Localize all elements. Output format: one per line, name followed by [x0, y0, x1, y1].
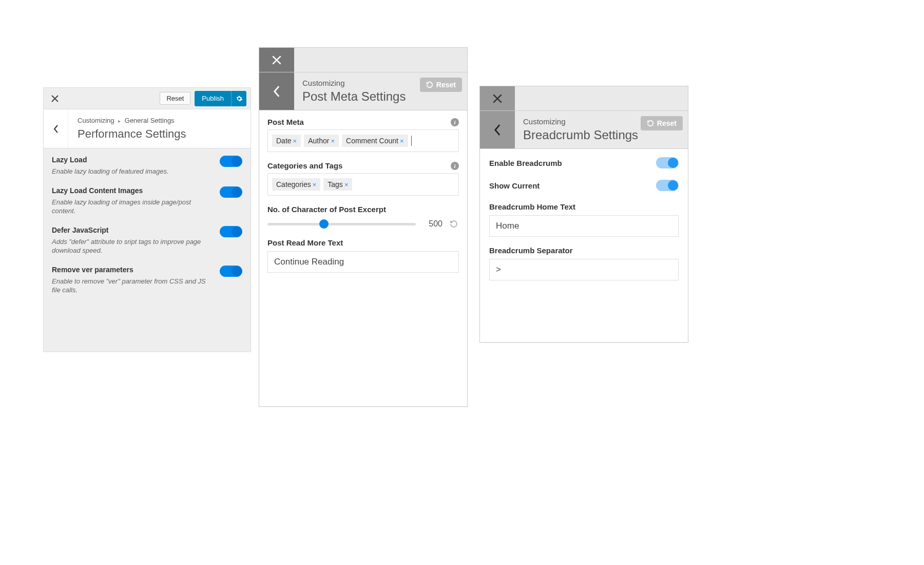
option-label: Defer JavaScript: [52, 226, 214, 234]
option-defer-js: Defer JavaScript Adds "defer" attribute …: [52, 226, 242, 263]
close-button[interactable]: [48, 91, 62, 106]
option-show-current: Show Current: [489, 180, 679, 191]
toggle-defer-js[interactable]: [220, 226, 242, 237]
remove-tag-icon[interactable]: ×: [344, 181, 349, 189]
field-post-meta: Post Meta i Date× Author× Comment Count×: [267, 118, 459, 152]
read-more-input[interactable]: [267, 251, 459, 273]
field-label: Categories and Tags: [267, 161, 342, 170]
back-button[interactable]: [480, 111, 515, 148]
field-separator: Breadcrumb Separator: [489, 246, 679, 280]
chevron-left-icon: [273, 85, 280, 98]
panel-performance-settings: Reset Publish Customizing ▸ General Sett…: [43, 87, 251, 352]
back-button[interactable]: [259, 72, 294, 110]
breadcrumb-customizing: Customizing: [78, 117, 114, 124]
option-lazy-load-content: Lazy Load Content Images Enable lazy loa…: [52, 186, 242, 224]
customizer-header: Reset Publish: [44, 88, 251, 109]
home-text-input[interactable]: [489, 215, 679, 237]
tag-tags[interactable]: Tags×: [323, 178, 352, 191]
field-label: Post Read More Text: [267, 238, 459, 247]
panel-title-row: Customizing ▸ General Settings Performan…: [44, 109, 251, 148]
chevron-left-icon: [53, 125, 59, 133]
option-description: Enable to remove "ver" parameter from CS…: [52, 277, 214, 295]
close-icon: [493, 94, 502, 103]
tag-author[interactable]: Author×: [304, 135, 339, 147]
breadcrumb-separator-icon: ▸: [118, 118, 121, 124]
panel-title-row: Reset Customizing Post Meta Settings: [259, 72, 467, 110]
option-label: Lazy Load Content Images: [52, 186, 214, 195]
panel-body: Lazy Load Enable lazy loading of feature…: [44, 148, 251, 351]
reset-button[interactable]: Reset: [641, 116, 683, 130]
close-icon: [272, 55, 281, 65]
gear-icon: [236, 95, 243, 102]
toggle-show-current[interactable]: [656, 180, 679, 191]
reset-button[interactable]: Reset: [160, 92, 190, 105]
field-label: Breadcrumb Separator: [489, 246, 679, 255]
publish-settings-button[interactable]: [231, 91, 246, 106]
remove-tag-icon[interactable]: ×: [331, 137, 335, 145]
excerpt-value: 500: [422, 219, 442, 229]
panel-body: Enable Breadcrumb Show Current Breadcrum…: [480, 149, 688, 342]
option-label: Remove ver parameters: [52, 266, 214, 274]
panel-title-row: Reset Customizing Breadcrumb Settings: [480, 111, 688, 149]
tag-date[interactable]: Date×: [272, 135, 301, 147]
customizer-header: [480, 86, 688, 111]
remove-tag-icon[interactable]: ×: [313, 181, 317, 189]
panel-breadcrumb-settings: Reset Customizing Breadcrumb Settings En…: [479, 86, 688, 343]
tag-comment-count[interactable]: Comment Count×: [342, 135, 408, 147]
info-icon[interactable]: i: [451, 118, 459, 126]
reset-button[interactable]: Reset: [420, 78, 462, 92]
reset-icon: [647, 120, 654, 127]
close-button[interactable]: [259, 48, 294, 72]
excerpt-slider[interactable]: [267, 223, 416, 225]
option-remove-ver: Remove ver parameters Enable to remove "…: [52, 266, 242, 303]
separator-input[interactable]: [489, 259, 679, 280]
option-description: Enable lazy loading of featured images.: [52, 167, 214, 176]
reset-icon: [426, 81, 433, 88]
customizer-header: [259, 48, 467, 72]
breadcrumb-section: General Settings: [125, 117, 175, 124]
option-description: Adds "defer" attribute to sript tags to …: [52, 237, 214, 255]
publish-button[interactable]: Publish: [195, 91, 231, 106]
close-icon: [51, 95, 59, 102]
panel-post-meta-settings: Reset Customizing Post Meta Settings Pos…: [259, 47, 468, 407]
toggle-lazy-load-content[interactable]: [220, 186, 242, 198]
toggle-remove-ver[interactable]: [220, 266, 242, 277]
close-button[interactable]: [480, 86, 515, 110]
tag-categories[interactable]: Categories×: [272, 178, 320, 191]
field-label: Breadcrumb Home Text: [489, 202, 679, 211]
field-home-text: Breadcrumb Home Text: [489, 202, 679, 237]
reset-slider-button[interactable]: [449, 219, 459, 229]
back-button[interactable]: [44, 109, 68, 148]
option-enable-breadcrumb: Enable Breadcrumb: [489, 157, 679, 168]
post-meta-tag-input[interactable]: Date× Author× Comment Count×: [267, 129, 459, 152]
field-read-more: Post Read More Text: [267, 238, 459, 273]
field-label: Post Meta: [267, 118, 304, 126]
option-label: Enable Breadcrumb: [489, 159, 562, 167]
option-label: Show Current: [489, 181, 540, 190]
remove-tag-icon[interactable]: ×: [400, 137, 404, 145]
field-label: No. of Character of Post Excerpt: [267, 205, 459, 214]
categories-tags-input[interactable]: Categories× Tags×: [267, 173, 459, 196]
option-description: Enable lazy loading of images inside pag…: [52, 198, 214, 216]
panel-title: Performance Settings: [78, 127, 241, 141]
undo-icon: [450, 220, 458, 228]
option-lazy-load: Lazy Load Enable lazy loading of feature…: [52, 156, 242, 184]
breadcrumb: Customizing ▸ General Settings: [78, 117, 241, 124]
field-excerpt-length: No. of Character of Post Excerpt 500: [267, 205, 459, 229]
text-cursor: [411, 136, 412, 146]
chevron-left-icon: [494, 124, 501, 136]
option-label: Lazy Load: [52, 156, 214, 164]
remove-tag-icon[interactable]: ×: [293, 137, 297, 145]
panel-body: Post Meta i Date× Author× Comment Count×…: [259, 110, 467, 406]
field-categories-tags: Categories and Tags i Categories× Tags×: [267, 161, 459, 196]
toggle-enable-breadcrumb[interactable]: [656, 157, 679, 168]
toggle-lazy-load[interactable]: [220, 156, 242, 167]
info-icon[interactable]: i: [451, 162, 459, 170]
slider-thumb[interactable]: [319, 219, 329, 229]
